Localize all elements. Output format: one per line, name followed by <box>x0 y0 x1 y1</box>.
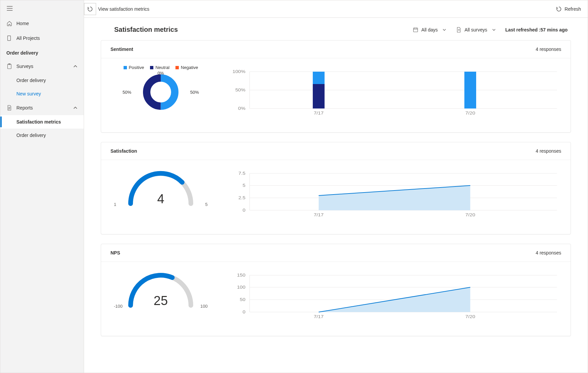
sidebar-item-new-survey[interactable]: New survey <box>0 87 84 100</box>
svg-text:50: 50 <box>240 297 245 302</box>
gauge-max: 5 <box>205 202 208 207</box>
refresh-back-icon <box>87 6 93 12</box>
satisfaction-gauge: 4 1 5 <box>117 167 204 207</box>
svg-text:150: 150 <box>237 273 246 277</box>
nav-surveys[interactable]: Surveys <box>0 59 84 74</box>
svg-rect-0 <box>8 36 11 41</box>
card-satisfaction: Satisfaction 4 responses 4 1 5 <box>101 142 571 234</box>
donut-chart: 0% 50% 50% <box>124 72 198 112</box>
sidebar-item-report-order-delivery[interactable]: Order delivery <box>0 129 84 142</box>
svg-rect-3 <box>414 28 418 32</box>
svg-text:7/20: 7/20 <box>465 213 475 217</box>
svg-text:7/20: 7/20 <box>465 314 475 319</box>
document-icon <box>6 105 12 111</box>
breadcrumb: View satisfaction metrics <box>98 6 149 12</box>
nav-reports-label: Reports <box>16 105 73 110</box>
gauge-min: -100 <box>114 304 123 309</box>
card-header: NPS 4 responses <box>101 244 571 262</box>
nav-all-projects-label: All Projects <box>16 35 78 41</box>
svg-rect-15 <box>464 72 476 108</box>
filter-surveys-label: All surveys <box>464 27 487 32</box>
legend-negative: Negative <box>175 65 198 70</box>
survey-icon <box>456 27 462 33</box>
svg-rect-13 <box>313 72 324 84</box>
chevron-up-icon <box>73 105 78 110</box>
card-title: Satisfaction <box>111 148 536 154</box>
content-area: View satisfaction metrics Refresh Satisf… <box>84 0 588 373</box>
legend-neutral: Neutral <box>150 65 169 70</box>
chevron-down-icon <box>442 28 446 32</box>
svg-text:2.5: 2.5 <box>238 196 245 200</box>
nps-gauge-area: 25 -100 100 <box>111 269 211 326</box>
refresh-icon <box>556 6 562 12</box>
donut-svg <box>141 72 181 112</box>
gauge-value: 25 <box>154 294 168 308</box>
svg-text:7/20: 7/20 <box>465 111 475 115</box>
page-header: Satisfaction metrics All days All survey… <box>84 18 588 40</box>
chevron-up-icon <box>73 64 78 69</box>
sentiment-bar-chart: 100% 50% 0% 7/17 7/20 <box>224 65 561 123</box>
svg-text:100: 100 <box>237 285 246 289</box>
back-button[interactable] <box>84 3 96 15</box>
card-meta: 4 responses <box>536 148 561 154</box>
swatch-positive <box>124 66 127 69</box>
satisfaction-gauge-area: 4 1 5 <box>111 167 211 225</box>
sidebar-item-satisfaction-metrics[interactable]: Satisfaction metrics <box>0 115 84 129</box>
sidebar: Home All Projects Order delivery Surveys… <box>0 0 84 373</box>
refresh-button[interactable]: Refresh <box>556 6 581 12</box>
refresh-label: Refresh <box>565 6 581 12</box>
nav-home[interactable]: Home <box>0 16 84 31</box>
app-root: Home All Projects Order delivery Surveys… <box>0 0 588 373</box>
filter-surveys[interactable]: All surveys <box>456 27 496 33</box>
sidebar-item-label: Order delivery <box>16 78 46 83</box>
projects-icon <box>6 35 12 41</box>
svg-text:7.5: 7.5 <box>238 171 245 175</box>
svg-text:5: 5 <box>242 183 245 188</box>
card-title: NPS <box>111 250 536 255</box>
filter-days-label: All days <box>421 27 438 32</box>
last-refreshed: Last refreshed :57 mins ago <box>505 27 568 32</box>
svg-rect-1 <box>8 64 11 69</box>
nps-area-chart: 150 100 50 0 7/17 7/20 <box>224 269 561 326</box>
cards-container: Sentiment 4 responses Positive Neutral N… <box>84 40 588 350</box>
home-icon <box>6 20 12 26</box>
hamburger-button[interactable] <box>0 0 84 16</box>
svg-text:0%: 0% <box>238 106 245 110</box>
card-title: Sentiment <box>111 47 536 52</box>
hamburger-icon <box>6 5 13 12</box>
nav-home-label: Home <box>16 21 78 26</box>
calendar-icon <box>413 27 419 33</box>
sidebar-section-title: Order delivery <box>0 46 84 59</box>
satisfaction-area-chart: 7.5 5 2.5 0 7/17 7/20 <box>224 167 561 225</box>
gauge-min: 1 <box>114 202 116 207</box>
donut-label-left: 50% <box>123 90 131 95</box>
svg-text:0: 0 <box>242 208 245 212</box>
chevron-down-icon <box>492 28 496 32</box>
toolbar: View satisfaction metrics Refresh <box>84 0 588 18</box>
sentiment-donut-area: Positive Neutral Negative 0% 50% 50% <box>111 65 211 123</box>
nps-gauge: 25 -100 100 <box>117 269 204 309</box>
svg-text:100%: 100% <box>232 69 245 74</box>
donut-label-right: 50% <box>190 90 199 95</box>
donut-label-top: 0% <box>158 71 164 76</box>
swatch-negative <box>175 66 179 69</box>
svg-text:7/17: 7/17 <box>314 213 323 217</box>
svg-text:0: 0 <box>242 310 245 314</box>
svg-rect-14 <box>313 84 324 108</box>
filter-days[interactable]: All days <box>413 27 446 33</box>
gauge-value: 4 <box>157 192 164 206</box>
sidebar-item-label: New survey <box>16 91 41 96</box>
card-meta: 4 responses <box>536 47 561 52</box>
svg-text:7/17: 7/17 <box>314 111 323 115</box>
card-header: Sentiment 4 responses <box>101 41 571 58</box>
sidebar-item-survey-order-delivery[interactable]: Order delivery <box>0 74 84 87</box>
nav-all-projects[interactable]: All Projects <box>0 31 84 46</box>
svg-text:50%: 50% <box>235 88 245 92</box>
legend-positive: Positive <box>124 65 144 70</box>
sidebar-item-label: Order delivery <box>16 133 46 138</box>
svg-text:7/17: 7/17 <box>314 314 323 319</box>
card-header: Satisfaction 4 responses <box>101 142 571 160</box>
page-title: Satisfaction metrics <box>114 26 413 33</box>
nav-reports[interactable]: Reports <box>0 100 84 115</box>
card-nps: NPS 4 responses 25 -100 100 <box>101 244 571 336</box>
